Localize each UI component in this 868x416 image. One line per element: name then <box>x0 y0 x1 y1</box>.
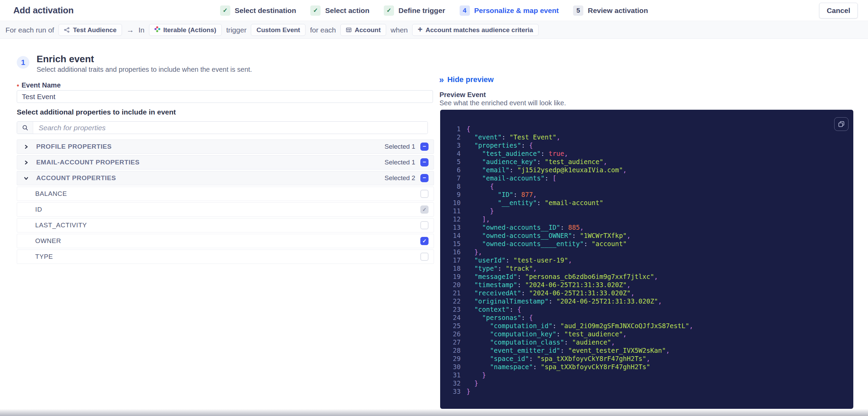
step-select-destination[interactable]: ✓Select destination <box>220 5 296 16</box>
property-row-owner[interactable]: OWNER✓ <box>17 234 434 248</box>
line-number: 8 <box>448 182 461 190</box>
code-line: 15 "owned-accounts____entity": "account" <box>448 240 847 248</box>
context-text: for each <box>310 26 336 34</box>
property-search <box>17 121 428 134</box>
chip-label: Account matches audience criteria <box>425 26 533 34</box>
checkbox-checked-disabled[interactable]: ✓ <box>420 205 429 214</box>
context-text: In <box>138 26 145 34</box>
line-number: 16 <box>448 248 461 256</box>
line-number: 18 <box>448 264 461 272</box>
event-name-label: • Event Name <box>17 81 61 89</box>
property-row-type[interactable]: TYPE <box>17 250 434 264</box>
line-number: 9 <box>448 190 461 199</box>
checkbox-unchecked[interactable] <box>420 221 429 229</box>
code-line: 17 "userId": "test-user-19", <box>448 256 847 264</box>
chip-label: Custom Event <box>256 26 300 34</box>
code-text: "space_id": "spa_tXXbfoyvCkY8rF47ghH2Ts"… <box>466 354 650 363</box>
code-line: 1{ <box>448 125 847 133</box>
code-line: 4 "test_audience": true, <box>448 149 847 158</box>
chevron-right-icon[interactable] <box>24 160 29 165</box>
page-bottom-shadow <box>0 409 868 416</box>
property-group-row-account-properties[interactable]: ACCOUNT PROPERTIESSelected 2− <box>17 171 434 185</box>
checkbox-indeterminate[interactable]: − <box>420 158 429 166</box>
check-icon: ✓ <box>310 5 321 16</box>
code-line: 5 "audience_key": "test_audience", <box>448 158 847 166</box>
checkbox-unchecked[interactable] <box>420 190 429 198</box>
additional-properties-label: Select additional properties to include … <box>17 108 176 116</box>
checkbox-checked[interactable]: ✓ <box>420 237 429 245</box>
line-number: 32 <box>448 379 461 387</box>
hide-preview-link[interactable]: » Hide preview <box>439 75 494 84</box>
event-name-input[interactable] <box>17 90 433 103</box>
checkbox-indeterminate[interactable]: − <box>420 143 429 151</box>
step-personalize-map-event[interactable]: 4Personalize & map event <box>460 5 559 16</box>
code-text: "ID": 877, <box>466 190 537 199</box>
audience-icon <box>64 27 70 33</box>
wizard-header: Add activation ✓Select destination✓Selec… <box>0 0 868 21</box>
chip-test-audience[interactable]: Test Audience <box>58 24 122 36</box>
line-number: 12 <box>448 215 461 223</box>
code-line: 9 "ID": 877, <box>448 190 847 199</box>
line-number: 5 <box>448 158 461 166</box>
required-marker: • <box>17 82 19 89</box>
code-line: 26 "computation_key": "test_audience", <box>448 330 847 338</box>
line-number: 23 <box>448 305 461 313</box>
table-icon <box>346 27 352 33</box>
group-label: PROFILE PROPERTIES <box>36 143 112 150</box>
line-number: 2 <box>448 133 461 141</box>
code-text: "context": { <box>466 305 521 313</box>
chip-account[interactable]: Account <box>340 24 386 36</box>
code-line: 13 "owned-accounts__ID": 885, <box>448 223 847 231</box>
code-text: "properties": { <box>466 141 533 149</box>
line-number: 6 <box>448 166 461 174</box>
context-text: For each run of <box>5 26 54 34</box>
property-group-row-profile-properties[interactable]: PROFILE PROPERTIESSelected 1− <box>17 139 434 154</box>
chevron-down-icon[interactable] <box>24 176 29 181</box>
checkbox-unchecked[interactable] <box>420 253 429 261</box>
enrich-event-title: Enrich event <box>37 54 94 65</box>
line-number: 11 <box>448 207 461 215</box>
step-review-activation[interactable]: 5Review activation <box>573 5 648 16</box>
chip-account-matches-audience-criteria[interactable]: +Account matches audience criteria <box>412 24 539 36</box>
property-row-id[interactable]: ID✓ <box>17 202 434 217</box>
step-label: Review activation <box>588 6 648 15</box>
event-name-label-text: Event Name <box>22 81 61 89</box>
cancel-button[interactable]: Cancel <box>819 3 858 18</box>
code-text: "event_emitter_id": "event_tester_IVX5W2… <box>466 346 670 354</box>
code-text: "test_audience": true, <box>466 149 568 158</box>
code-text: "email-accounts": [ <box>466 174 556 182</box>
step-define-trigger[interactable]: ✓Define trigger <box>384 5 445 16</box>
search-input[interactable] <box>33 122 428 134</box>
property-row-last-activity[interactable]: LAST_ACTIVITY <box>17 218 434 232</box>
property-label: BALANCE <box>35 190 67 198</box>
code-line: 3 "properties": { <box>448 141 847 149</box>
property-group-row-email-account-properties[interactable]: EMAIL-ACCOUNT PROPERTIESSelected 1− <box>17 155 434 170</box>
iterable-icon <box>154 26 160 34</box>
chevron-right-icon[interactable] <box>24 144 29 149</box>
line-number: 22 <box>448 297 461 305</box>
chip-iterable-actions[interactable]: Iterable (Actions) <box>149 24 222 36</box>
code-line: 7 "email-accounts": [ <box>448 174 847 182</box>
checkbox-indeterminate[interactable]: − <box>420 174 429 182</box>
chip-custom-event[interactable]: Custom Event <box>251 24 306 36</box>
code-line: 25 "computation_id": "aud_2iO9m2gSFmJNXC… <box>448 322 847 330</box>
code-line: 30 "namespace": "spa_tXXbfoyvCkY8rF47ghH… <box>448 363 847 371</box>
step-label: Personalize & map event <box>474 6 559 15</box>
chip-label: Iterable (Actions) <box>163 26 216 34</box>
step-label: Select action <box>325 6 369 15</box>
code-text: { <box>466 182 494 190</box>
line-number: 10 <box>448 199 461 207</box>
code-line: 10 "__entity": "email-account" <box>448 199 847 207</box>
enrich-event-subtitle: Select additional traits and properties … <box>37 66 252 73</box>
code-text: "event": "Test Event", <box>466 133 560 141</box>
code-line: 24 "personas": { <box>448 313 847 322</box>
step-select-action[interactable]: ✓Select action <box>310 5 369 16</box>
code-text: "computation_id": "aud_2iO9m2gSFmJNXCoQJ… <box>466 322 693 330</box>
line-number: 28 <box>448 346 461 354</box>
code-line: 32 } <box>448 379 847 387</box>
property-row-balance[interactable]: BALANCE <box>17 187 434 201</box>
code-line: 20 "timestamp": "2024-06-25T21:31:33.020… <box>448 281 847 289</box>
step-label: Define trigger <box>398 6 445 15</box>
check-icon: ✓ <box>220 5 230 16</box>
code-text: "userId": "test-user-19", <box>466 256 572 264</box>
